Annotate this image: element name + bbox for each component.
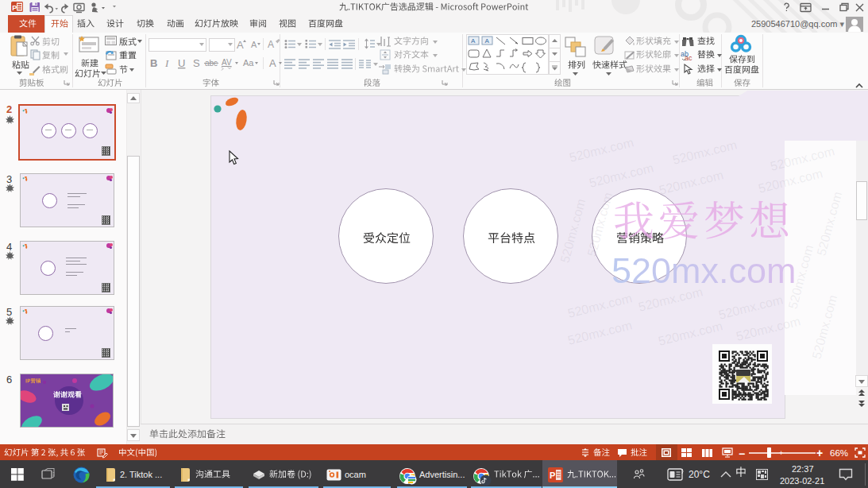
svg-text:I: I — [164, 57, 169, 69]
svg-text:Aa: Aa — [243, 58, 254, 68]
svg-text:AV: AV — [222, 58, 232, 67]
svg-text:P: P — [12, 4, 17, 12]
svg-text:B: B — [150, 57, 157, 69]
svg-text:A: A — [269, 57, 276, 69]
svg-text:A: A — [237, 39, 244, 51]
svg-text:A: A — [471, 37, 476, 45]
svg-text:P: P — [550, 471, 555, 480]
svg-text:A: A — [268, 39, 274, 50]
svg-text:A: A — [485, 37, 490, 45]
svg-text:A: A — [251, 40, 257, 49]
svg-text:S: S — [193, 57, 200, 69]
svg-text:ac: ac — [685, 54, 692, 62]
svg-text:U: U — [178, 57, 185, 69]
